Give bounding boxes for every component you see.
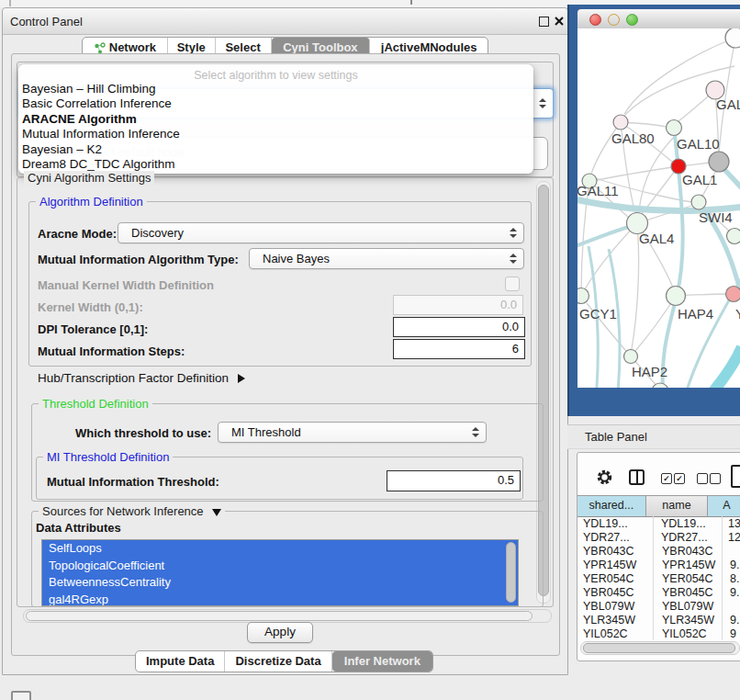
node-label: HAP4 [678, 306, 713, 322]
dropdown-placeholder: Select algorithm to view settings [18, 64, 533, 82]
dropdown-item-selected[interactable]: ARACNE Algorithm [18, 112, 533, 127]
node-unlabeled[interactable] [725, 28, 740, 48]
mi-steps-field[interactable]: 6 [393, 339, 525, 359]
table-row[interactable]: YDL19... YDL19... 13 [577, 516, 740, 530]
expand-right-icon [238, 374, 245, 383]
column-divider [722, 516, 723, 640]
node-label: GAL80 [611, 130, 655, 146]
mi-threshold-group-title: MI Threshold Definition [43, 450, 173, 464]
manual-kernel-checkbox[interactable] [505, 277, 520, 291]
control-panel-title: Control Panel [10, 15, 83, 28]
attributes-scrollbar-thumb[interactable] [506, 542, 516, 603]
divider-tick [9, 0, 11, 6]
table-row[interactable]: YER054C YER054C 8. [577, 571, 740, 585]
node-label: GAL1 [682, 172, 717, 187]
table-row[interactable]: YIL052C YIL052C 9 [577, 627, 740, 640]
table-panel-window: ✓ ✓ shared... name A YDL19... YDL19... 1… [577, 452, 740, 661]
table-rows: YDL19... YDL19... 13 YDR27... YDR27... 1… [577, 516, 740, 640]
settings-hscrollbar[interactable] [23, 609, 552, 623]
table-hscrollbar[interactable] [580, 641, 740, 655]
node-hap4[interactable] [667, 287, 686, 306]
column-header-partial[interactable]: A [708, 496, 740, 516]
node-label: Y [735, 306, 740, 322]
which-threshold-label: Which threshold to use: [75, 426, 211, 440]
kernel-width-field[interactable]: 0.0 [393, 295, 523, 315]
algorithm-definition-title: Algorithm Definition [36, 195, 147, 209]
manual-kernel-label: Manual Kernel Width Definition [38, 278, 214, 292]
mi-type-combo[interactable]: Naive Bayes [249, 248, 524, 269]
combo-arrows-icon [539, 98, 546, 109]
table-row[interactable]: YDR27... YDR27... 12 [577, 530, 740, 544]
attribute-item[interactable]: BetweennessCentrality [42, 574, 518, 592]
table-row[interactable]: YBR045C YBR045C 9. [577, 585, 740, 599]
checked-checkbox-icon[interactable]: ✓ [661, 473, 672, 484]
settings-hscrollbar-thumb[interactable] [26, 611, 533, 621]
combo-arrows-icon [510, 254, 517, 265]
attribute-item[interactable]: gal4RGexp [42, 592, 518, 607]
node-hap2[interactable] [624, 350, 638, 364]
tab-infer-network[interactable]: Infer Network [332, 651, 432, 672]
mi-threshold-label: Mutual Information Threshold: [47, 475, 219, 489]
node-gcy1[interactable] [577, 288, 589, 304]
tab-impute-data[interactable]: Impute Data [136, 651, 225, 672]
node-label: HAP2 [632, 364, 667, 379]
table-header-row: shared... name A [577, 495, 740, 517]
which-threshold-combo[interactable]: MI Threshold [218, 422, 487, 443]
hub-definition-label: Hub/Transcription Factor Definition [38, 371, 229, 385]
table-row[interactable]: YBL079W YBL079W [577, 599, 740, 613]
node-label: GAL11 [577, 183, 619, 198]
attribute-item[interactable]: TopologicalCoefficient [42, 558, 518, 575]
unchecked-checkbox-icon[interactable] [697, 473, 708, 484]
float-window-icon[interactable] [539, 17, 549, 27]
minimized-panel-icon[interactable] [11, 691, 31, 700]
dropdown-item[interactable]: Bayesian – K2 [18, 142, 533, 157]
control-panel-window: Control Panel Network Style Select [2, 7, 568, 675]
node-y[interactable] [726, 287, 740, 302]
split-columns-icon[interactable] [629, 469, 645, 485]
dropdown-item[interactable]: Dream8 DC_TDC Algorithm [18, 157, 533, 172]
column-divider [653, 516, 654, 640]
mi-threshold-field[interactable]: 0.5 [387, 470, 521, 491]
table-row[interactable]: YBR043C YBR043C [577, 544, 740, 558]
file-icon[interactable] [731, 465, 740, 488]
zoom-traffic-light[interactable] [626, 14, 638, 26]
table-hscrollbar-thumb[interactable] [583, 643, 735, 653]
data-attributes-list[interactable]: SelfLoops TopologicalCoefficient Between… [41, 539, 519, 606]
unchecked-checkbox-icon[interactable] [710, 473, 721, 484]
combo-arrows-icon [472, 427, 479, 438]
table-panel-bar: Table Panel [567, 424, 740, 449]
node-label: GAL10 [677, 136, 720, 152]
node-unlabeled[interactable] [727, 229, 740, 244]
aracne-mode-combo[interactable]: Discovery [118, 222, 524, 243]
dropdown-item[interactable]: Mutual Information Inference [18, 127, 533, 141]
dpi-tolerance-label: DPI Tolerance [0,1]: [38, 322, 148, 336]
network-icon [94, 42, 106, 54]
column-header-name[interactable]: name [646, 496, 709, 516]
bottom-tabbar: Impute Data Discretize Data Infer Networ… [135, 650, 433, 672]
network-view-titlebar[interactable] [577, 9, 740, 29]
mi-type-label: Mutual Information Algorithm Type: [38, 253, 239, 266]
collapse-down-icon [212, 509, 221, 516]
dropdown-item[interactable]: Bayesian – Hill Climbing [18, 82, 533, 96]
node-gray[interactable] [709, 152, 729, 172]
node-gal10[interactable] [667, 120, 682, 136]
minimize-traffic-light[interactable] [608, 14, 620, 26]
column-header-shared[interactable]: shared... [577, 496, 646, 516]
checked-checkbox-icon[interactable]: ✓ [674, 473, 685, 484]
gear-icon[interactable] [596, 469, 613, 486]
table-row[interactable]: YPR145W YPR145W 9. [577, 558, 740, 571]
table-row[interactable]: YLR345W YLR345W 9. [577, 613, 740, 627]
attribute-item[interactable]: SelfLoops [42, 540, 518, 558]
network-canvas[interactable]: GAL GAL80 GAL10 GAL1 GAL11 SWI4 GAL4 GCY… [577, 28, 740, 388]
hub-definition-expander[interactable]: Hub/Transcription Factor Definition [38, 371, 245, 385]
dropdown-item[interactable]: Basic Correlation Inference [18, 96, 533, 111]
dpi-tolerance-field[interactable]: 0.0 [393, 317, 525, 337]
apply-button[interactable]: Apply [247, 622, 313, 643]
control-panel-titlebar[interactable]: Control Panel [3, 8, 567, 35]
close-icon[interactable] [554, 16, 565, 27]
tab-discretize-data[interactable]: Discretize Data [225, 651, 331, 672]
node-gal80[interactable] [613, 115, 628, 130]
close-traffic-light[interactable] [589, 14, 601, 26]
node-swi4[interactable] [691, 195, 706, 209]
sources-group-title[interactable]: Sources for Network Inference [39, 504, 225, 518]
